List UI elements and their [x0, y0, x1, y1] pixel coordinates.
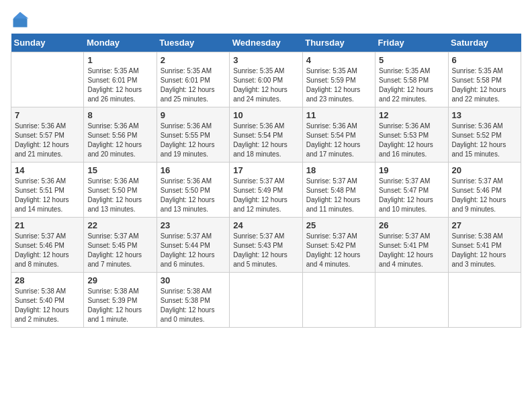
day-info: Sunrise: 5:37 AMSunset: 5:45 PMDaylight:… — [87, 232, 152, 269]
day-number: 29 — [87, 275, 152, 285]
day-info: Sunrise: 5:38 AMSunset: 5:39 PMDaylight:… — [87, 287, 152, 324]
logo-icon — [11, 11, 30, 30]
day-info: Sunrise: 5:36 AMSunset: 5:57 PMDaylight:… — [15, 122, 80, 159]
day-number: 1 — [87, 55, 152, 65]
week-row-1: 1Sunrise: 5:35 AMSunset: 6:01 PMDaylight… — [11, 52, 521, 107]
day-number: 7 — [15, 110, 80, 120]
day-info: Sunrise: 5:36 AMSunset: 5:56 PMDaylight:… — [87, 122, 152, 159]
day-number: 18 — [306, 165, 371, 175]
day-number: 10 — [233, 110, 298, 120]
day-info: Sunrise: 5:36 AMSunset: 5:54 PMDaylight:… — [233, 122, 298, 159]
day-number: 26 — [379, 220, 444, 230]
col-header-sunday: Sunday — [11, 34, 84, 52]
calendar-cell: 25Sunrise: 5:37 AMSunset: 5:42 PMDayligh… — [302, 218, 375, 273]
day-number: 30 — [161, 275, 226, 285]
day-info: Sunrise: 5:37 AMSunset: 5:49 PMDaylight:… — [233, 177, 298, 214]
day-number: 5 — [379, 55, 444, 65]
week-row-5: 28Sunrise: 5:38 AMSunset: 5:40 PMDayligh… — [11, 273, 521, 328]
day-info: Sunrise: 5:38 AMSunset: 5:41 PMDaylight:… — [452, 232, 517, 269]
calendar-cell: 27Sunrise: 5:38 AMSunset: 5:41 PMDayligh… — [448, 218, 521, 273]
day-info: Sunrise: 5:37 AMSunset: 5:47 PMDaylight:… — [379, 177, 444, 214]
calendar-cell: 28Sunrise: 5:38 AMSunset: 5:40 PMDayligh… — [11, 273, 84, 328]
calendar-cell: 14Sunrise: 5:36 AMSunset: 5:51 PMDayligh… — [11, 163, 84, 218]
calendar-cell: 19Sunrise: 5:37 AMSunset: 5:47 PMDayligh… — [375, 163, 448, 218]
calendar-cell — [11, 52, 84, 107]
svg-marker-1 — [13, 12, 29, 19]
day-info: Sunrise: 5:35 AMSunset: 5:59 PMDaylight:… — [306, 66, 371, 104]
col-header-thursday: Thursday — [302, 34, 375, 52]
calendar-cell: 23Sunrise: 5:37 AMSunset: 5:44 PMDayligh… — [157, 218, 229, 273]
calendar-cell: 3Sunrise: 5:35 AMSunset: 6:00 PMDaylight… — [230, 52, 302, 107]
calendar-cell: 17Sunrise: 5:37 AMSunset: 5:49 PMDayligh… — [230, 163, 302, 218]
day-number: 14 — [15, 165, 80, 175]
calendar-cell: 26Sunrise: 5:37 AMSunset: 5:41 PMDayligh… — [375, 218, 448, 273]
day-number: 11 — [306, 110, 371, 120]
week-row-3: 14Sunrise: 5:36 AMSunset: 5:51 PMDayligh… — [11, 163, 521, 218]
calendar-cell — [375, 273, 448, 328]
week-row-2: 7Sunrise: 5:36 AMSunset: 5:57 PMDaylight… — [11, 107, 521, 163]
day-info: Sunrise: 5:36 AMSunset: 5:50 PMDaylight:… — [161, 177, 226, 214]
day-number: 24 — [233, 220, 298, 230]
calendar-cell: 2Sunrise: 5:35 AMSunset: 6:01 PMDaylight… — [157, 52, 229, 107]
day-number: 21 — [15, 220, 80, 230]
day-number: 27 — [452, 220, 517, 230]
calendar-cell: 15Sunrise: 5:36 AMSunset: 5:50 PMDayligh… — [84, 163, 157, 218]
col-header-tuesday: Tuesday — [157, 34, 229, 52]
day-number: 12 — [379, 110, 444, 120]
calendar-cell: 22Sunrise: 5:37 AMSunset: 5:45 PMDayligh… — [84, 218, 157, 273]
col-header-saturday: Saturday — [448, 34, 521, 52]
day-info: Sunrise: 5:36 AMSunset: 5:54 PMDaylight:… — [306, 122, 371, 159]
calendar-cell: 30Sunrise: 5:38 AMSunset: 5:38 PMDayligh… — [157, 273, 229, 328]
day-info: Sunrise: 5:35 AMSunset: 6:01 PMDaylight:… — [87, 66, 152, 104]
day-number: 25 — [306, 220, 371, 230]
calendar-cell: 16Sunrise: 5:36 AMSunset: 5:50 PMDayligh… — [157, 163, 229, 218]
day-info: Sunrise: 5:35 AMSunset: 6:00 PMDaylight:… — [233, 66, 298, 104]
header-row: SundayMondayTuesdayWednesdayThursdayFrid… — [11, 34, 521, 52]
day-info: Sunrise: 5:36 AMSunset: 5:50 PMDaylight:… — [87, 177, 152, 214]
col-header-friday: Friday — [375, 34, 448, 52]
col-header-monday: Monday — [84, 34, 157, 52]
day-info: Sunrise: 5:37 AMSunset: 5:41 PMDaylight:… — [379, 232, 444, 269]
week-row-4: 21Sunrise: 5:37 AMSunset: 5:46 PMDayligh… — [11, 218, 521, 273]
col-header-wednesday: Wednesday — [230, 34, 302, 52]
day-info: Sunrise: 5:37 AMSunset: 5:46 PMDaylight:… — [15, 232, 80, 269]
day-number: 22 — [87, 220, 152, 230]
day-info: Sunrise: 5:36 AMSunset: 5:53 PMDaylight:… — [379, 122, 444, 159]
day-number: 13 — [452, 110, 517, 120]
day-info: Sunrise: 5:37 AMSunset: 5:48 PMDaylight:… — [306, 177, 371, 214]
calendar-cell: 7Sunrise: 5:36 AMSunset: 5:57 PMDaylight… — [11, 107, 84, 163]
day-info: Sunrise: 5:38 AMSunset: 5:38 PMDaylight:… — [161, 287, 226, 324]
calendar-cell: 13Sunrise: 5:36 AMSunset: 5:52 PMDayligh… — [448, 107, 521, 163]
calendar-cell: 12Sunrise: 5:36 AMSunset: 5:53 PMDayligh… — [375, 107, 448, 163]
day-info: Sunrise: 5:35 AMSunset: 5:58 PMDaylight:… — [452, 66, 517, 104]
calendar-cell: 8Sunrise: 5:36 AMSunset: 5:56 PMDaylight… — [84, 107, 157, 163]
day-number: 28 — [15, 275, 80, 285]
calendar-cell — [448, 273, 521, 328]
day-number: 4 — [306, 55, 371, 65]
day-info: Sunrise: 5:36 AMSunset: 5:55 PMDaylight:… — [161, 122, 226, 159]
day-info: Sunrise: 5:37 AMSunset: 5:44 PMDaylight:… — [161, 232, 226, 269]
day-info: Sunrise: 5:36 AMSunset: 5:52 PMDaylight:… — [452, 122, 517, 159]
calendar-cell: 6Sunrise: 5:35 AMSunset: 5:58 PMDaylight… — [448, 52, 521, 107]
day-number: 23 — [161, 220, 226, 230]
day-info: Sunrise: 5:35 AMSunset: 6:01 PMDaylight:… — [161, 66, 226, 104]
day-number: 17 — [233, 165, 298, 175]
calendar-cell: 20Sunrise: 5:37 AMSunset: 5:46 PMDayligh… — [448, 163, 521, 218]
day-info: Sunrise: 5:37 AMSunset: 5:42 PMDaylight:… — [306, 232, 371, 269]
calendar-cell: 5Sunrise: 5:35 AMSunset: 5:58 PMDaylight… — [375, 52, 448, 107]
calendar-cell: 4Sunrise: 5:35 AMSunset: 5:59 PMDaylight… — [302, 52, 375, 107]
day-info: Sunrise: 5:37 AMSunset: 5:43 PMDaylight:… — [233, 232, 298, 269]
calendar-cell — [302, 273, 375, 328]
day-info: Sunrise: 5:37 AMSunset: 5:46 PMDaylight:… — [452, 177, 517, 214]
day-number: 9 — [161, 110, 226, 120]
calendar-cell: 10Sunrise: 5:36 AMSunset: 5:54 PMDayligh… — [230, 107, 302, 163]
calendar-cell — [230, 273, 302, 328]
day-info: Sunrise: 5:36 AMSunset: 5:51 PMDaylight:… — [15, 177, 80, 214]
day-number: 3 — [233, 55, 298, 65]
calendar-cell: 1Sunrise: 5:35 AMSunset: 6:01 PMDaylight… — [84, 52, 157, 107]
calendar-cell: 21Sunrise: 5:37 AMSunset: 5:46 PMDayligh… — [11, 218, 84, 273]
calendar-cell: 11Sunrise: 5:36 AMSunset: 5:54 PMDayligh… — [302, 107, 375, 163]
day-number: 2 — [161, 55, 226, 65]
calendar-cell: 29Sunrise: 5:38 AMSunset: 5:39 PMDayligh… — [84, 273, 157, 328]
day-number: 19 — [379, 165, 444, 175]
